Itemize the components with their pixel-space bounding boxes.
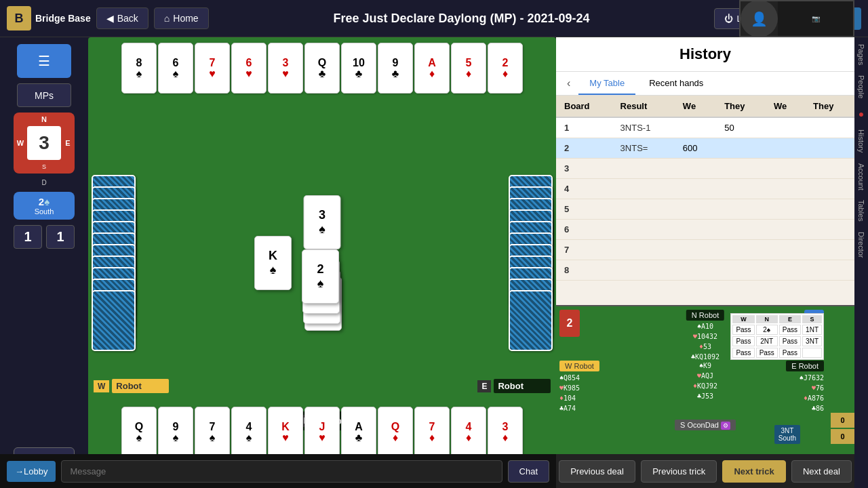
tab-recent-hands[interactable]: Recent hands [638, 73, 714, 95]
they2-cell [805, 240, 854, 260]
tab-back-arrow[interactable]: ‹ [561, 72, 576, 95]
south-indicator: S [42, 163, 46, 170]
they1-cell [716, 138, 766, 159]
mini-west-cards: ♠Q854 ♥K985 ♦104 ♣A74 [559, 373, 580, 413]
card-s4[interactable]: 4♠ [231, 407, 267, 458]
card-s11[interactable]: 3♦ [488, 407, 523, 458]
center-trick: 3♠ K♠ J♠ K♠ 2♠ 2♠ [254, 195, 390, 331]
board-display: N W 3 E S [14, 113, 75, 174]
card-n8[interactable]: 9♣ [378, 43, 413, 94]
card-n4[interactable]: 6♥ [231, 43, 267, 94]
back-button[interactable]: ◀ Back [96, 7, 149, 29]
result-cell: 3NTS= [612, 138, 675, 159]
card-s5[interactable]: K♥ [268, 407, 303, 458]
card-n7[interactable]: 10♣ [341, 43, 376, 94]
bid-col-w: W [732, 315, 754, 323]
message-input[interactable] [61, 460, 502, 483]
card-s10[interactable]: 4♦ [451, 407, 486, 458]
board-cell: 4 [556, 179, 612, 199]
table-row[interactable]: 5 [556, 199, 854, 220]
we1-cell [675, 117, 716, 138]
they1-cell [716, 159, 766, 179]
we1-cell [675, 220, 716, 240]
they2-cell [805, 179, 854, 199]
mini-score-boxes: 0 0 [831, 413, 854, 444]
logo-icon: B [7, 6, 31, 30]
game-area: 8♠ 6♠ 7♥ 6♥ 3♥ Q♣ 10♣ 9♣ A♦ 5♦ 2♦ N Robo… [88, 37, 556, 488]
home-button[interactable]: ⌂ Home [154, 7, 209, 29]
card-s2[interactable]: 9♠ [158, 407, 193, 458]
menu-button[interactable]: ☰ [17, 44, 71, 78]
director-icon[interactable]: Director [857, 232, 865, 258]
result-cell: 3NTS-1 [612, 117, 675, 138]
col-result: Result [612, 96, 675, 117]
we2-cell [766, 220, 805, 240]
mini-south-cards: ♠K9 ♥AQJ ♦KQJ92 ♣J53 [693, 361, 717, 401]
right-sidebar: Pages People ● History Account Tables Di… [854, 37, 868, 488]
mini-s-spades: ♠K9 [693, 361, 717, 371]
notification-icon[interactable]: ● [859, 108, 864, 119]
north-hand: 8♠ 6♠ 7♥ 6♥ 3♥ Q♣ 10♣ 9♣ A♦ 5♦ 2♦ [121, 43, 523, 94]
west-hand [92, 175, 136, 351]
score-table: Board Result We They We They 1 3NTS-1 50… [556, 96, 854, 281]
mini-n-spades: ♠A10 [691, 321, 719, 331]
bid-n2: 2NT [756, 336, 778, 346]
we2-cell [766, 138, 805, 159]
we-tricks: 1 [14, 225, 42, 249]
we2-cell [766, 260, 805, 281]
board-cell: 5 [556, 199, 612, 220]
card-n5[interactable]: 3♥ [268, 43, 303, 94]
board-number: 3 [27, 126, 61, 160]
card-s3[interactable]: 7♠ [195, 407, 230, 458]
board-cell: 1 [556, 117, 612, 138]
action-bar: Previous deal Previous trick Next trick … [556, 454, 854, 488]
left-sidebar: ☰ MPs N W 3 E S D 2♠ South 1 1 Concede [0, 37, 88, 488]
card-s9[interactable]: 7♦ [414, 407, 450, 458]
card-n11[interactable]: 2♦ [488, 43, 523, 94]
south-hand: Q♠ 9♠ 7♠ 4♠ K♥ J♥ A♣ Q♦ 7♦ 4♦ 3♦ [121, 407, 523, 458]
we2-cell [766, 179, 805, 199]
table-row[interactable]: 8 [556, 260, 854, 281]
lobby-button[interactable]: →Lobby [7, 461, 56, 482]
card-n9[interactable]: A♦ [414, 43, 450, 94]
tab-my-table[interactable]: My Table [578, 73, 635, 95]
score-they: 0 [831, 429, 854, 444]
bid-w3: Pass [732, 348, 754, 358]
card-s7[interactable]: A♣ [341, 407, 376, 458]
next-trick-button[interactable]: Next trick [722, 460, 785, 483]
mini-s-hearts: ♥AQJ [693, 371, 717, 381]
account-icon[interactable]: Account [857, 163, 865, 190]
table-row[interactable]: 3 [556, 159, 854, 179]
card-n2[interactable]: 6♠ [158, 43, 193, 94]
table-row[interactable]: 4 [556, 179, 854, 199]
history-icon[interactable]: History [857, 129, 865, 152]
they2-cell [805, 138, 854, 159]
prev-trick-button[interactable]: Previous trick [641, 460, 717, 483]
board-cell: 8 [556, 260, 612, 281]
prev-deal-button[interactable]: Previous deal [559, 460, 635, 483]
card-s1[interactable]: Q♠ [121, 407, 157, 458]
they-tricks: 1 [46, 225, 75, 249]
they1-cell [716, 199, 766, 220]
card-n3[interactable]: 7♥ [195, 43, 230, 94]
card-s6[interactable]: J♥ [304, 407, 340, 458]
table-row[interactable]: 7 [556, 240, 854, 260]
they1-cell: 50 [716, 117, 766, 138]
tables-icon[interactable]: Tables [857, 200, 865, 222]
table-row[interactable]: 2 3NTS= 600 [556, 138, 854, 159]
pages-icon[interactable]: Pages [857, 44, 865, 65]
result-cell [612, 260, 675, 281]
table-row[interactable]: 6 [556, 220, 854, 240]
people-icon[interactable]: People [857, 75, 865, 98]
card-n10[interactable]: 5♦ [451, 43, 486, 94]
card-n6[interactable]: Q♣ [304, 43, 340, 94]
card-n1[interactable]: 8♠ [121, 43, 157, 94]
chat-button[interactable]: Chat [508, 460, 549, 483]
dealer-label: D [41, 179, 46, 186]
trick-card-west: K♠ [254, 236, 292, 290]
table-row[interactable]: 1 3NTS-1 50 [556, 117, 854, 138]
next-deal-button[interactable]: Next deal [791, 460, 852, 483]
card-s8[interactable]: Q♦ [378, 407, 413, 458]
mps-button[interactable]: MPs [17, 83, 71, 107]
bid-col-e: E [779, 315, 801, 323]
